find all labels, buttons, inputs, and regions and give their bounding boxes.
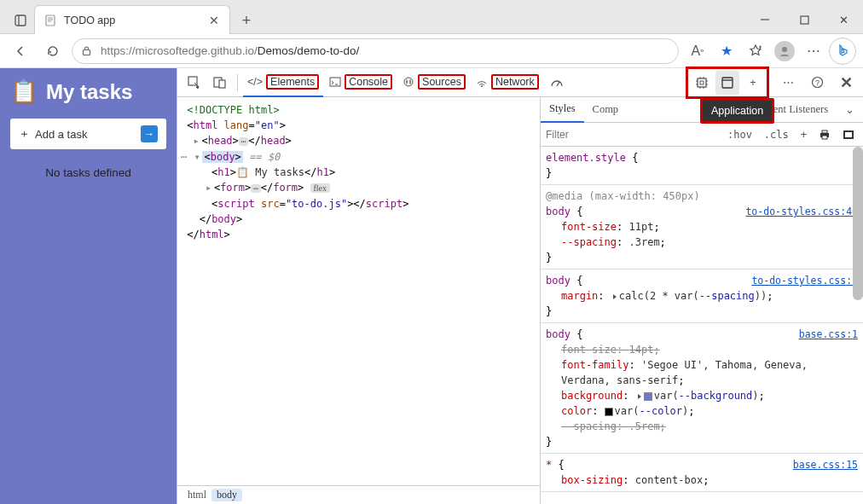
svg-line-18 (557, 82, 559, 86)
performance-icon[interactable] (545, 71, 569, 95)
tab-network[interactable]: Network (472, 68, 543, 97)
svg-rect-19 (698, 78, 706, 87)
read-aloud-icon[interactable]: A» (684, 38, 711, 65)
print-icon[interactable] (815, 129, 834, 141)
empty-state: No tasks defined (10, 166, 166, 179)
close-window-button[interactable]: ✕ (824, 6, 863, 33)
devtools-tabbar: </>Elements Console Sources Network + Ap… (177, 68, 863, 97)
add-tool-icon[interactable]: + (741, 71, 765, 95)
svg-rect-14 (219, 80, 225, 88)
svg-point-11 (782, 47, 787, 52)
svg-text:?: ? (814, 78, 819, 87)
more-icon[interactable]: ⋯ (776, 71, 800, 95)
tab-console[interactable]: Console (325, 68, 397, 97)
svg-rect-29 (722, 78, 733, 88)
page-content: 📋My tasks ＋ Add a task → No tasks define… (0, 68, 177, 504)
svg-rect-7 (801, 16, 808, 24)
inspect-icon[interactable] (182, 71, 206, 95)
toggle-panel-icon[interactable] (839, 129, 858, 141)
plus-icon: ＋ (19, 126, 30, 142)
svg-rect-20 (700, 81, 704, 84)
profile-icon[interactable] (771, 38, 798, 65)
tab-sources[interactable]: Sources (398, 68, 470, 97)
menu-icon[interactable]: ⋯ (800, 38, 827, 65)
address-input[interactable]: https://microsoftedge.github.io/Demos/de… (72, 38, 679, 64)
favicon-icon (43, 14, 57, 27)
subtab-computed[interactable]: Comp (584, 97, 628, 123)
styles-rules[interactable]: element.style {} @media (max-width: 450p… (541, 147, 863, 504)
svg-rect-35 (822, 136, 827, 139)
scrollbar[interactable] (853, 147, 863, 300)
dom-panel: <!DOCTYPE html> <html lang="en"> ▸<head>… (177, 97, 541, 504)
svg-rect-2 (46, 15, 55, 26)
titlebar: TODO app ✕ + ✕ (0, 0, 863, 34)
cls-toggle[interactable]: .cls (761, 129, 792, 141)
subtab-styles[interactable]: Styles (541, 97, 584, 123)
svg-point-16 (404, 78, 413, 86)
addressbar: https://microsoftedge.github.io/Demos/de… (0, 34, 863, 68)
memory-icon[interactable] (690, 71, 714, 95)
tooltip: Application (700, 98, 774, 124)
add-task-placeholder: Add a task (35, 128, 87, 141)
hov-toggle[interactable]: :hov (724, 129, 756, 141)
favorite-icon[interactable]: ★ (713, 38, 740, 65)
more-tools-group: + Application (686, 67, 769, 99)
maximize-button[interactable] (785, 6, 824, 33)
close-tab-icon[interactable]: ✕ (207, 14, 221, 27)
browser-tab[interactable]: TODO app ✕ (34, 5, 230, 34)
url-text: https://microsoftedge.github.io/Demos/de… (101, 44, 359, 57)
bing-icon[interactable] (829, 38, 856, 65)
submit-arrow-icon[interactable]: → (141, 125, 158, 142)
chevron-down-icon[interactable]: ⌄ (837, 97, 863, 123)
new-rule-icon[interactable]: + (797, 129, 810, 141)
styles-filter-bar: :hov .cls + (541, 123, 863, 147)
dom-tree[interactable]: <!DOCTYPE html> <html lang="en"> ▸<head>… (177, 97, 540, 485)
svg-rect-8 (84, 50, 90, 55)
svg-point-17 (481, 85, 483, 87)
help-icon[interactable]: ? (805, 71, 829, 95)
device-icon[interactable] (208, 71, 232, 95)
back-button[interactable] (7, 38, 34, 65)
tab-actions-icon[interactable] (7, 8, 34, 33)
collections-icon[interactable] (742, 38, 769, 65)
svg-rect-37 (845, 132, 852, 137)
tab-elements[interactable]: </>Elements (243, 68, 323, 97)
devtools: </>Elements Console Sources Network + Ap… (177, 68, 863, 504)
lock-icon (81, 45, 92, 56)
clipboard-icon: 📋 (10, 78, 38, 105)
close-devtools-icon[interactable]: ✕ (834, 71, 858, 95)
refresh-button[interactable] (39, 38, 67, 65)
page-title: 📋My tasks (10, 78, 166, 105)
minimize-button[interactable] (745, 6, 785, 33)
styles-panel: Styles Comp Event Listeners ⌄ :hov .cls … (541, 97, 863, 504)
add-task-input[interactable]: ＋ Add a task → (10, 119, 166, 149)
svg-rect-34 (822, 130, 827, 133)
application-icon[interactable] (715, 71, 739, 95)
breadcrumb[interactable]: html body (177, 485, 540, 504)
svg-rect-0 (15, 15, 26, 26)
tab-title: TODO app (64, 14, 200, 26)
new-tab-button[interactable]: + (234, 8, 259, 33)
filter-input[interactable] (546, 129, 719, 141)
